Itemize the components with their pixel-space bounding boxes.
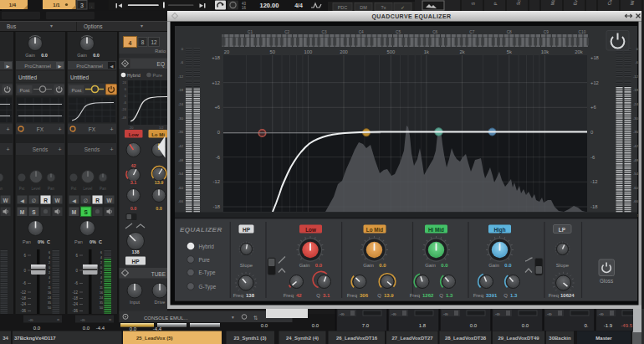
svg-text:-42: -42	[633, 144, 639, 148]
svg-text:29_LeadVoxDT49: 29_LeadVoxDT49	[498, 336, 539, 341]
svg-text:0.0: 0.0	[470, 323, 478, 328]
svg-text:10k: 10k	[541, 49, 549, 54]
svg-text:0: 0	[217, 130, 220, 135]
svg-text:Lo Mi: Lo Mi	[151, 132, 165, 137]
svg-text:0.0: 0.0	[522, 323, 529, 328]
svg-text:20: 20	[224, 49, 229, 54]
svg-text:-∞: -∞	[340, 311, 345, 316]
svg-text:4/4: 4/4	[294, 3, 303, 8]
svg-text:0: 0	[590, 130, 593, 135]
svg-text:C8: C8	[507, 30, 512, 34]
svg-text:Ratio: Ratio	[155, 49, 166, 54]
svg-text:500: 500	[386, 49, 395, 54]
svg-text:TUBE: TUBE	[151, 271, 166, 277]
svg-text:34: 34	[3, 336, 8, 341]
svg-text:⇅: ⇅	[253, 315, 258, 321]
svg-text:200: 200	[340, 49, 348, 54]
svg-text:-∞: -∞	[28, 317, 33, 322]
svg-text:=: =	[57, 317, 59, 322]
svg-text:42: 42	[296, 293, 302, 298]
svg-text:-24: -24	[178, 102, 184, 106]
svg-text:-49.5: -49.5	[621, 323, 632, 328]
svg-text:Freq: Freq	[549, 293, 559, 298]
svg-text:Low: Low	[305, 227, 316, 233]
svg-text:▾: ▾	[232, 315, 234, 320]
svg-text:+12: +12	[590, 80, 599, 85]
svg-text:+18: +18	[212, 55, 220, 60]
svg-text:Gloss: Gloss	[600, 278, 613, 284]
svg-text:Hi Mid: Hi Mid	[428, 227, 444, 233]
svg-text:4: 4	[129, 40, 132, 46]
svg-text:Freq: Freq	[410, 293, 420, 298]
svg-text:0.0: 0.0	[312, 323, 319, 328]
svg-text:-6: -6	[216, 155, 220, 160]
svg-text:27_LeadVoxDT27: 27_LeadVoxDT27	[391, 336, 433, 341]
svg-text:Hybrid: Hybrid	[199, 244, 215, 250]
svg-text:12: 12	[151, 39, 157, 45]
svg-text:1/1: 1/1	[53, 3, 60, 8]
svg-text:C6: C6	[432, 30, 437, 34]
svg-text:1262: 1262	[422, 293, 434, 298]
svg-text:-48: -48	[633, 158, 639, 162]
svg-text:-54: -54	[633, 172, 639, 176]
svg-text:-36: -36	[633, 130, 639, 134]
svg-text:Q: Q	[503, 293, 508, 298]
svg-text:-42: -42	[178, 144, 184, 148]
svg-text:-24: -24	[121, 107, 127, 111]
svg-text:0.0: 0.0	[33, 326, 41, 331]
svg-text:1k: 1k	[424, 49, 429, 54]
svg-text:Gain: Gain	[425, 263, 436, 268]
svg-text:?x: ?x	[381, 5, 386, 10]
svg-text:10624: 10624	[560, 293, 575, 298]
svg-text:Gain: Gain	[299, 263, 310, 268]
svg-text:C3: C3	[321, 30, 326, 34]
svg-text:Pure: Pure	[199, 257, 211, 263]
svg-text:HP: HP	[243, 227, 251, 233]
svg-text:Cu: Cu	[606, 0, 612, 6]
svg-text:30Backin: 30Backin	[549, 336, 571, 341]
svg-text:Freq: Freq	[473, 293, 483, 298]
svg-text:-54: -54	[178, 172, 184, 176]
svg-text:+6: +6	[214, 105, 220, 110]
svg-text:-18: -18	[633, 88, 639, 92]
svg-text:Q: Q	[377, 293, 381, 298]
svg-text:3.1: 3.1	[323, 293, 330, 298]
svg-text:0.0: 0.0	[315, 263, 323, 268]
svg-text:25_LeadVox (5): 25_LeadVox (5)	[136, 336, 173, 341]
svg-text:C10: C10	[579, 30, 586, 34]
svg-text:C9: C9	[544, 30, 549, 34]
svg-text:Bus: Bus	[7, 23, 17, 29]
svg-text:CONSOLE EMUL...: CONSOLE EMUL...	[144, 316, 188, 321]
svg-text:20k: 20k	[575, 49, 582, 54]
svg-text:Gain: Gain	[488, 263, 499, 268]
svg-text:306: 306	[360, 293, 369, 298]
svg-text:-12: -12	[590, 179, 597, 184]
svg-text:7.0: 7.0	[362, 323, 370, 328]
svg-text:1/4: 1/4	[9, 3, 17, 8]
svg-text:Slope: Slope	[240, 263, 253, 268]
svg-text:-18: -18	[178, 88, 184, 92]
svg-text:3: 3	[80, 3, 84, 8]
svg-text:37BckngVx4D117: 37BckngVx4D117	[14, 336, 56, 341]
svg-text:G-Type: G-Type	[199, 284, 217, 290]
svg-text:0.0: 0.0	[379, 263, 386, 268]
svg-text:0.0: 0.0	[261, 323, 268, 328]
svg-text:8: 8	[141, 39, 145, 45]
svg-text:Freq: Freq	[284, 293, 294, 298]
svg-text:5k: 5k	[507, 49, 512, 54]
svg-text:138: 138	[246, 293, 255, 298]
svg-text:-18: -18	[590, 204, 597, 209]
svg-text:0.0: 0.0	[130, 326, 137, 331]
svg-text:1.3: 1.3	[510, 293, 518, 298]
svg-text:2k: 2k	[459, 49, 464, 54]
svg-text:24: 24	[123, 80, 127, 85]
svg-text:3.1: 3.1	[130, 180, 137, 185]
svg-text:3391: 3391	[486, 293, 498, 298]
svg-text:13.9: 13.9	[155, 180, 164, 185]
svg-text:✓: ✓	[401, 5, 405, 10]
svg-text:LP: LP	[559, 227, 566, 233]
svg-text:-24: -24	[633, 102, 639, 106]
svg-text:28_LeadVoxDT38: 28_LeadVoxDT38	[445, 336, 487, 341]
svg-text:+12: +12	[212, 80, 220, 85]
svg-text:Master: Master	[595, 336, 612, 341]
